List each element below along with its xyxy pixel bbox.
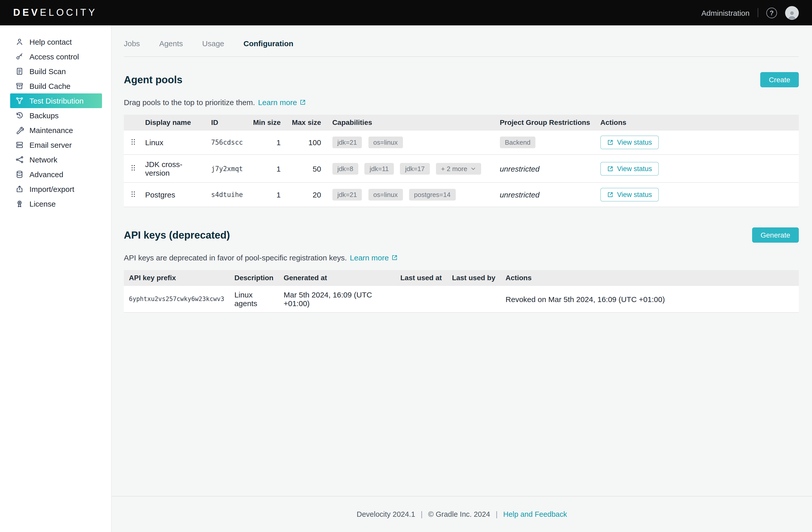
- external-link-icon: [300, 99, 306, 105]
- column-header: Actions: [501, 270, 799, 286]
- column-header: Actions: [595, 115, 799, 130]
- api-key-description: Linux agents: [229, 286, 279, 313]
- sidebar-item-label: Access control: [29, 52, 79, 61]
- document-list-icon: [15, 67, 24, 76]
- administration-link[interactable]: Administration: [701, 9, 750, 17]
- capability-chip: os=linux: [368, 136, 403, 148]
- user-avatar[interactable]: [785, 6, 799, 19]
- import-export-icon: [15, 185, 24, 193]
- page: DEVELOCITY Administration ? Help contact: [0, 0, 812, 532]
- pool-min-size: 1: [248, 155, 287, 183]
- restriction-text: unrestricted: [499, 190, 539, 199]
- help-icon[interactable]: ?: [766, 8, 777, 18]
- pool-actions: View status: [595, 155, 799, 183]
- logo-text-light: ELOCITY: [40, 7, 97, 18]
- tab-jobs[interactable]: Jobs: [124, 39, 140, 48]
- agent-pools-subtitle: Drag pools to the top to prioritize them…: [124, 98, 255, 106]
- api-keys-title: API keys (deprecated): [124, 229, 230, 241]
- agent-pools-table: Display name ID Min size Max size Capabi…: [124, 115, 799, 207]
- top-bar: DEVELOCITY Administration ?: [0, 0, 812, 25]
- column-header: ID: [206, 115, 248, 130]
- pool-min-size: 1: [248, 130, 287, 155]
- pool-max-size: 50: [287, 155, 327, 183]
- api-key-row: 6yphtxu2vs257cwky6w23kcwv3 Linux agents …: [124, 286, 799, 313]
- admin-sidebar: Help contact Access control Build Scan B…: [0, 25, 112, 532]
- api-key-action: Revoked on Mar 5th 2024, 16:09 (UTC +01:…: [501, 286, 799, 313]
- drag-handle-icon[interactable]: [129, 190, 137, 198]
- certificate-icon: [15, 200, 24, 208]
- view-status-button[interactable]: View status: [600, 188, 659, 202]
- pool-row: Linux 756cdscc 1 100 jdk=21 os=linux Bac…: [124, 130, 799, 155]
- pool-row: Postgres s4dtuihe 1 20 jdk=21 os=linux p…: [124, 183, 799, 207]
- header-divider: [758, 8, 758, 17]
- drag-column-header: [124, 115, 140, 130]
- api-key-last-used-by: [447, 286, 501, 313]
- sidebar-item-label: Build Scan: [29, 67, 66, 76]
- help-and-feedback-link[interactable]: Help and Feedback: [503, 510, 567, 518]
- agent-pools-learn-more-link[interactable]: Learn more: [258, 98, 306, 106]
- sidebar-item-email-server[interactable]: Email server: [0, 138, 111, 152]
- pool-row: JDK cross-version j7y2xmqt 1 50 jdk=8 jd…: [124, 155, 799, 183]
- capability-chip: postgres=14: [409, 189, 456, 201]
- sidebar-item-advanced[interactable]: Advanced: [0, 167, 111, 182]
- table-header-row: API key prefix Description Generated at …: [124, 270, 799, 286]
- api-keys-table: API key prefix Description Generated at …: [124, 270, 799, 313]
- sidebar-item-test-distribution[interactable]: Test Distribution: [10, 94, 102, 108]
- history-clock-icon: [15, 111, 24, 120]
- sidebar-item-build-scan[interactable]: Build Scan: [0, 64, 111, 79]
- sidebar-item-build-cache[interactable]: Build Cache: [0, 79, 111, 94]
- sidebar-item-backups[interactable]: Backups: [0, 108, 111, 123]
- view-status-button[interactable]: View status: [600, 135, 659, 149]
- sidebar-item-maintenance[interactable]: Maintenance: [0, 123, 111, 138]
- key-icon: [15, 52, 24, 61]
- pool-capabilities: jdk=21 os=linux: [327, 130, 495, 155]
- capability-chip: jdk=11: [365, 163, 394, 174]
- sidebar-item-help-contact[interactable]: Help contact: [0, 34, 111, 49]
- sidebar-item-network[interactable]: Network: [0, 152, 111, 167]
- table-header-row: Display name ID Min size Max size Capabi…: [124, 115, 799, 130]
- tab-agents[interactable]: Agents: [159, 39, 183, 48]
- sidebar-item-label: Maintenance: [29, 126, 73, 134]
- drag-handle-icon[interactable]: [129, 138, 137, 145]
- column-header: Project Group Restrictions: [495, 115, 595, 130]
- pool-id: 756cdscc: [206, 130, 248, 155]
- capability-chip: os=linux: [368, 189, 403, 201]
- tab-usage[interactable]: Usage: [202, 39, 224, 48]
- sidebar-item-access-control[interactable]: Access control: [0, 49, 111, 64]
- support-person-icon: [15, 38, 24, 46]
- capability-chip: jdk=21: [332, 136, 362, 148]
- more-capabilities-chip[interactable]: + 2 more: [436, 163, 481, 174]
- column-header: Capabilities: [327, 115, 495, 130]
- pool-min-size: 1: [248, 183, 287, 207]
- sidebar-item-import-export[interactable]: Import/export: [0, 182, 111, 197]
- api-key-last-used-at: [395, 286, 447, 313]
- footer-separator: |: [421, 510, 423, 518]
- generate-key-button[interactable]: Generate: [752, 227, 799, 243]
- logo-text-bold: DEV: [13, 7, 40, 18]
- pool-max-size: 20: [287, 183, 327, 207]
- create-pool-button[interactable]: Create: [760, 72, 799, 87]
- sidebar-item-label: Backups: [29, 111, 59, 120]
- view-status-button[interactable]: View status: [600, 162, 659, 175]
- agent-pools-section: Agent pools Create Drag pools to the top…: [124, 57, 799, 207]
- sidebar-item-label: License: [29, 200, 56, 208]
- pool-max-size: 100: [287, 130, 327, 155]
- pool-id: j7y2xmqt: [206, 155, 248, 183]
- external-link-icon: [391, 254, 398, 261]
- tab-configuration[interactable]: Configuration: [244, 39, 294, 48]
- sidebar-item-license[interactable]: License: [0, 197, 111, 211]
- content-area: Jobs Agents Usage Configuration Agent po…: [112, 25, 812, 532]
- external-link-icon: [607, 139, 613, 146]
- mail-server-icon: [15, 141, 24, 149]
- api-keys-learn-more-link[interactable]: Learn more: [350, 253, 398, 262]
- page-footer: Develocity 2024.1 | © Gradle Inc. 2024 |…: [112, 496, 812, 532]
- column-header: Display name: [140, 115, 206, 130]
- sidebar-item-label: Email server: [29, 141, 72, 149]
- nav-tabs: Jobs Agents Usage Configuration: [124, 25, 799, 57]
- agent-pools-title: Agent pools: [124, 74, 183, 86]
- sidebar-item-label: Help contact: [29, 38, 72, 46]
- develocity-logo[interactable]: DEVELOCITY: [13, 7, 97, 18]
- drag-handle-icon[interactable]: [129, 164, 137, 172]
- column-header: Max size: [287, 115, 327, 130]
- pool-id: s4dtuihe: [206, 183, 248, 207]
